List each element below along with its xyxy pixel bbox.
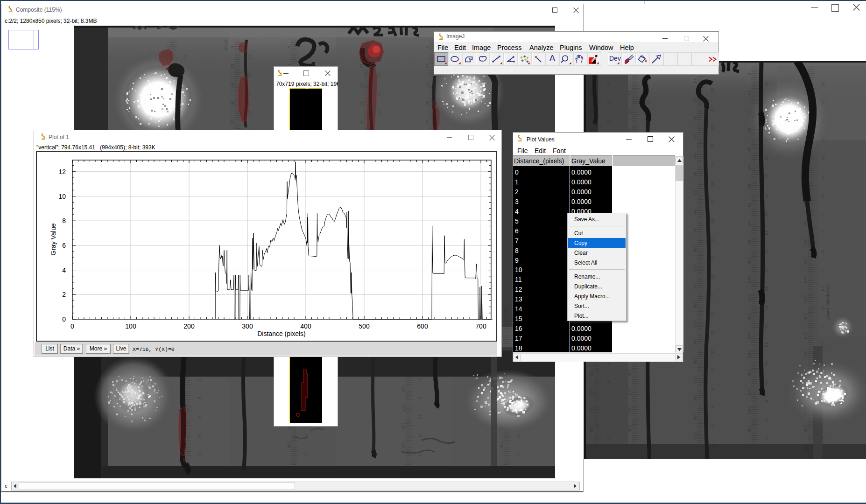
svg-text:200: 200 — [183, 322, 195, 330]
svg-text:200: 200 — [287, 441, 291, 448]
svg-text:190: 190 — [627, 425, 632, 432]
svg-text:21: 21 — [764, 175, 769, 179]
svg-text:30: 30 — [693, 116, 697, 120]
svg-text:150: 150 — [401, 441, 406, 448]
svg-text:0: 0 — [62, 315, 66, 323]
svg-text:16: 16 — [710, 256, 715, 260]
svg-text:200: 200 — [589, 425, 594, 432]
svg-text:150: 150 — [693, 338, 697, 345]
svg-text:22: 22 — [377, 91, 381, 96]
svg-text:23: 23 — [247, 54, 252, 59]
svg-text:130: 130 — [747, 313, 752, 320]
svg-text:40: 40 — [230, 119, 235, 124]
svg-text:120: 120 — [803, 276, 808, 283]
svg-text:200: 200 — [693, 432, 697, 439]
svg-text:130: 130 — [803, 294, 808, 301]
svg-text:10: 10 — [197, 433, 202, 438]
svg-text:80: 80 — [747, 221, 752, 226]
svg-text:140: 140 — [803, 313, 808, 320]
svg-text:110: 110 — [747, 276, 752, 283]
svg-text:110: 110 — [693, 264, 697, 271]
svg-text:14: 14 — [821, 287, 825, 291]
svg-text:Gray Value: Gray Value — [49, 223, 57, 255]
svg-text:12: 12 — [821, 324, 825, 329]
svg-text:24: 24 — [710, 106, 715, 111]
svg-text:170: 170 — [747, 388, 752, 395]
svg-text:200: 200 — [803, 425, 808, 432]
svg-text:7: 7 — [764, 437, 769, 439]
svg-text:7: 7 — [606, 399, 611, 402]
svg-text:10: 10 — [710, 368, 715, 372]
svg-text:23: 23 — [710, 125, 715, 130]
svg-text:140: 140 — [693, 320, 697, 327]
svg-text:14: 14 — [764, 305, 769, 310]
svg-text:hzzz/paper_rulers/: hzzz/paper_rulers/ — [826, 285, 831, 320]
svg-text:4: 4 — [62, 266, 66, 274]
svg-text:Distance (pixels): Distance (pixels) — [257, 330, 305, 337]
svg-text:10: 10 — [418, 414, 423, 419]
svg-text:150: 150 — [747, 350, 752, 357]
svg-text:30: 30 — [425, 101, 429, 105]
svg-text:7: 7 — [710, 425, 715, 427]
svg-text:180: 180 — [693, 394, 697, 401]
svg-text:30: 30 — [359, 101, 364, 105]
svg-text:15: 15 — [764, 287, 769, 291]
svg-text:20: 20 — [425, 82, 429, 87]
svg-text:25: 25 — [821, 81, 825, 86]
svg-text:700: 700 — [475, 322, 486, 330]
svg-text:120: 120 — [747, 294, 752, 301]
svg-text:9: 9 — [710, 387, 715, 390]
svg-text:22: 22 — [606, 119, 611, 123]
svg-text:12: 12 — [58, 168, 66, 175]
svg-text:25: 25 — [645, 100, 649, 105]
svg-text:11: 11 — [764, 361, 769, 365]
svg-text:90: 90 — [693, 228, 697, 232]
svg-text:20: 20 — [230, 82, 235, 87]
svg-text:130: 130 — [693, 301, 697, 308]
svg-text:170: 170 — [627, 388, 632, 395]
svg-text:17: 17 — [764, 249, 769, 254]
svg-text:11: 11 — [710, 349, 715, 353]
svg-text:10: 10 — [304, 433, 309, 438]
svg-text:500: 500 — [359, 322, 370, 330]
svg-text:60: 60 — [693, 172, 697, 176]
svg-text:11: 11 — [516, 452, 521, 456]
svg-text:11: 11 — [197, 452, 202, 456]
svg-text:17: 17 — [821, 231, 825, 235]
svg-text:20: 20 — [693, 97, 697, 102]
svg-text:18: 18 — [764, 231, 769, 235]
svg-text:190: 190 — [747, 425, 752, 432]
svg-text:200: 200 — [499, 441, 504, 448]
svg-text:18: 18 — [710, 218, 715, 223]
svg-text:12: 12 — [764, 343, 769, 347]
svg-text:7: 7 — [197, 378, 202, 380]
svg-text:0: 0 — [425, 46, 429, 48]
svg-text:8: 8 — [418, 378, 423, 380]
svg-text:5: 5 — [606, 437, 611, 439]
svg-text:24: 24 — [606, 81, 611, 86]
svg-text:20: 20 — [710, 181, 715, 186]
svg-text:70: 70 — [693, 190, 697, 195]
svg-text:23: 23 — [606, 100, 611, 105]
svg-text:9: 9 — [606, 362, 611, 364]
svg-text:400: 400 — [300, 322, 311, 330]
svg-text:0: 0 — [230, 46, 235, 48]
svg-text:50: 50 — [693, 153, 697, 158]
svg-text:14: 14 — [710, 293, 715, 298]
svg-text:50: 50 — [747, 165, 752, 170]
svg-text:10: 10 — [747, 91, 752, 95]
svg-text:10: 10 — [764, 380, 769, 385]
svg-text:21: 21 — [377, 110, 381, 115]
svg-text:150: 150 — [803, 332, 808, 339]
svg-text:100: 100 — [803, 238, 808, 245]
svg-text:100: 100 — [693, 245, 697, 252]
svg-text:20: 20 — [359, 82, 364, 87]
svg-text:210: 210 — [803, 444, 808, 451]
svg-text:22: 22 — [247, 73, 252, 77]
svg-text:160: 160 — [693, 357, 697, 364]
svg-text:130: 130 — [401, 404, 406, 411]
svg-text:40: 40 — [425, 119, 429, 124]
svg-text:19: 19 — [821, 193, 825, 198]
svg-text:10: 10 — [627, 91, 632, 95]
svg-text:30: 30 — [230, 101, 235, 105]
